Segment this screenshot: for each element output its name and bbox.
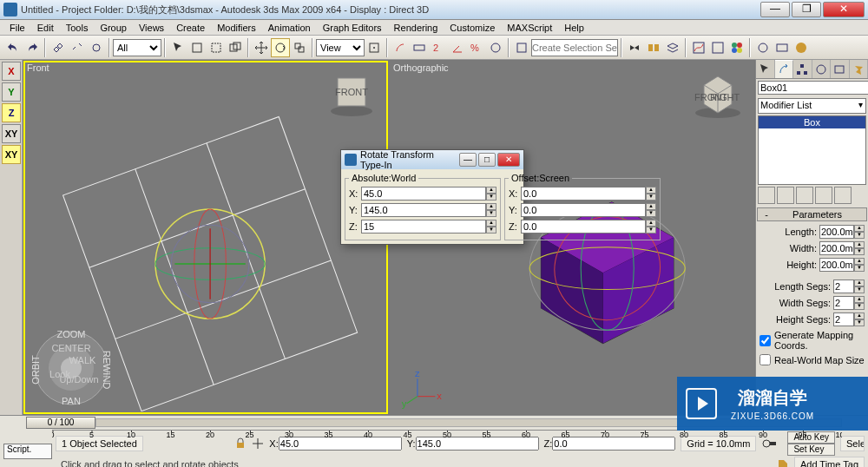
modifier-list-dropdown[interactable]: Modifier List	[758, 98, 866, 114]
svg-rect-76	[835, 66, 844, 73]
render-button[interactable]	[792, 38, 811, 57]
axis-x-button[interactable]: X	[2, 62, 21, 81]
rotate-button[interactable]	[271, 38, 290, 57]
remove-modifier-button[interactable]	[815, 187, 832, 204]
tab-display[interactable]	[831, 60, 850, 78]
window-close-button[interactable]: ✕	[823, 2, 865, 17]
window-min-button[interactable]: —	[760, 2, 790, 17]
configure-sets-button[interactable]	[834, 187, 852, 204]
menu-customize[interactable]: Customize	[444, 23, 501, 33]
schematic-view-button[interactable]	[708, 38, 727, 57]
width-spinner[interactable]: ▲▼	[819, 241, 865, 255]
menu-tools[interactable]: Tools	[60, 23, 95, 33]
parameters-rollup-header[interactable]: - Parameters	[757, 207, 867, 221]
generate-mapping-checkbox[interactable]	[760, 335, 771, 346]
width-segs-spinner[interactable]: ▲▼	[833, 296, 865, 310]
viewcube-icon[interactable]: FRONT RIGHT	[692, 68, 744, 120]
make-unique-button[interactable]	[796, 187, 813, 204]
align-button[interactable]	[644, 38, 663, 57]
redo-button[interactable]	[23, 38, 42, 57]
link-button[interactable]	[49, 38, 68, 57]
select-by-name-button[interactable]	[187, 38, 207, 57]
select-button[interactable]	[168, 38, 187, 57]
window-crossing-button[interactable]	[226, 38, 245, 57]
viewport-front[interactable]: Front FRONT	[23, 61, 388, 414]
menu-file[interactable]: File	[3, 23, 31, 33]
named-sets-button[interactable]	[512, 38, 531, 57]
real-world-checkbox[interactable]	[760, 354, 771, 365]
menu-animation[interactable]: Animation	[262, 23, 317, 33]
stack-item-box[interactable]: Box	[759, 116, 865, 128]
length-spinner[interactable]: ▲▼	[819, 225, 865, 239]
menu-help[interactable]: Help	[558, 23, 590, 33]
curve-editor-button[interactable]	[689, 38, 708, 57]
menu-edit[interactable]: Edit	[31, 23, 60, 33]
modifier-stack[interactable]: Box	[758, 115, 866, 185]
unlink-button[interactable]	[68, 38, 87, 57]
render-frame-button[interactable]	[773, 38, 792, 57]
axis-z-button[interactable]: Z	[2, 103, 21, 122]
viewcube-icon[interactable]: FRONT	[326, 68, 378, 120]
axis-y-button[interactable]: Y	[2, 82, 21, 102]
show-end-result-button[interactable]	[777, 187, 794, 204]
snap-angle-button[interactable]	[448, 38, 467, 57]
selection-filter-dropdown[interactable]: All	[113, 39, 161, 56]
off-x-spinner[interactable]: ▲▼	[521, 187, 656, 201]
height-spinner[interactable]: ▲▼	[819, 258, 865, 272]
selection-set-input[interactable]	[531, 39, 618, 56]
tab-hierarchy[interactable]	[793, 60, 812, 78]
time-slider-handle[interactable]: 0 / 100	[26, 417, 95, 429]
menu-views[interactable]: Views	[133, 23, 170, 33]
height-segs-spinner[interactable]: ▲▼	[833, 312, 865, 326]
dialog-max-button[interactable]: □	[478, 153, 496, 167]
select-region-button[interactable]	[207, 38, 226, 57]
window-max-button[interactable]: ❐	[792, 2, 821, 17]
tab-motion[interactable]	[812, 60, 832, 78]
length-segs-spinner[interactable]: ▲▼	[833, 280, 865, 293]
snap-2d-button[interactable]: 2	[429, 38, 448, 57]
pin-stack-button[interactable]	[758, 187, 775, 204]
menu-graph-editors[interactable]: Graph Editors	[317, 23, 388, 33]
axis-xy-button[interactable]: XY	[2, 124, 21, 143]
tab-create[interactable]	[756, 60, 775, 78]
spinner-snap-button[interactable]	[486, 38, 505, 57]
layers-button[interactable]	[663, 38, 682, 57]
dialog-min-button[interactable]: —	[459, 153, 477, 167]
time-ruler[interactable]: 0510152025303540455055606570758085909510…	[52, 430, 842, 442]
object-name-input[interactable]	[758, 81, 868, 95]
ref-coord-dropdown[interactable]: View	[316, 39, 365, 56]
dialog-close-button[interactable]: ✕	[497, 153, 520, 167]
move-button[interactable]	[252, 38, 271, 57]
off-y-spinner[interactable]: ▲▼	[521, 203, 656, 217]
maxscript-mini-listener[interactable]: Script.	[3, 444, 52, 459]
menu-rendering[interactable]: Rendering	[388, 23, 444, 33]
set-key-button[interactable]: Set Key	[787, 444, 835, 456]
menu-create[interactable]: Create	[170, 23, 211, 33]
add-time-tag-button[interactable]: Add Time Tag	[794, 457, 865, 468]
dialog-titlebar[interactable]: Rotate Transform Type-In — □ ✕	[341, 150, 523, 169]
menu-maxscript[interactable]: MAXScript	[501, 23, 558, 33]
tab-utilities[interactable]	[850, 60, 869, 78]
axis-xy2-button[interactable]: XY	[2, 145, 21, 164]
abs-y-spinner[interactable]: ▲▼	[361, 203, 496, 217]
menu-group[interactable]: Group	[94, 23, 133, 33]
keyboard-shortcut-button[interactable]	[410, 38, 429, 57]
mirror-button[interactable]	[625, 38, 644, 57]
steering-wheel[interactable]: ZOOM PAN ORBIT REWIND CENTER WALK Look U…	[32, 329, 110, 407]
abs-z-spinner[interactable]: ▲▼	[361, 220, 496, 234]
manipulate-button[interactable]	[391, 38, 410, 57]
snap-percent-button[interactable]: %	[467, 38, 486, 57]
render-setup-button[interactable]	[753, 38, 773, 57]
scale-button[interactable]	[290, 38, 309, 57]
undo-button[interactable]	[3, 38, 23, 57]
menu-modifiers[interactable]: Modifiers	[211, 23, 262, 33]
off-z-spinner[interactable]: ▲▼	[521, 220, 656, 234]
abs-x-spinner[interactable]: ▲▼	[361, 187, 496, 201]
svg-rect-18	[713, 43, 723, 53]
material-editor-button[interactable]	[727, 38, 746, 57]
tab-modify[interactable]	[775, 60, 794, 78]
ruler-tick: 65	[561, 431, 569, 439]
key-filter[interactable]: Sele	[840, 436, 865, 451]
bind-button[interactable]	[87, 38, 106, 57]
pivot-center-button[interactable]	[365, 38, 384, 57]
